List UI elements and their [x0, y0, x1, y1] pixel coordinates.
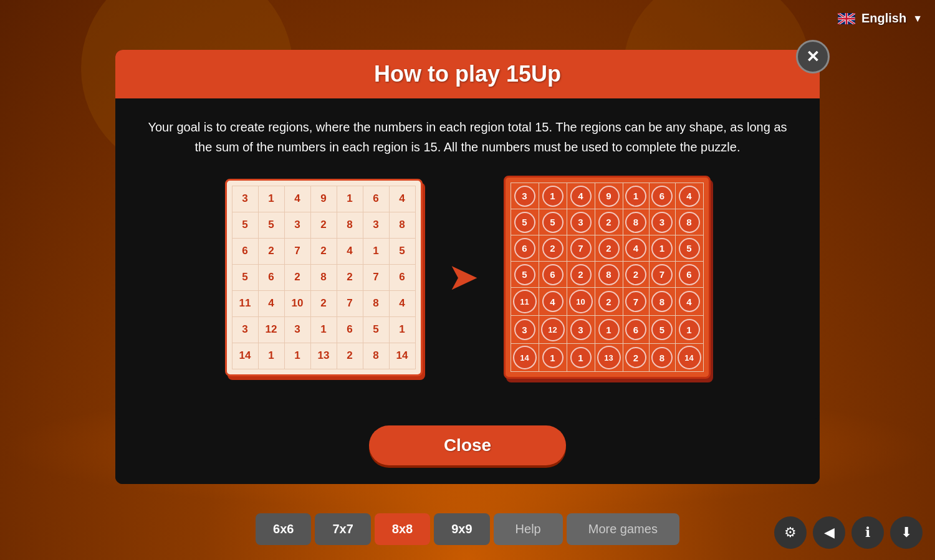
help-button[interactable]: Help: [494, 513, 563, 545]
grid-cell: 2: [284, 264, 310, 290]
grid-after-cell: 3: [511, 316, 539, 344]
grid-before-table: 3149164553283862724155628276114102784312…: [232, 186, 416, 369]
cell-bubble: 14: [678, 346, 701, 369]
svg-rect-8: [846, 13, 848, 24]
grid-cell: 4: [258, 290, 284, 316]
help-modal: How to play 15Up ✕ Your goal is to creat…: [115, 50, 820, 484]
grid-cell: 8: [310, 264, 337, 290]
grid-cell: 6: [363, 186, 389, 212]
cell-bubble: 1: [542, 186, 563, 207]
cell-bubble: 7: [651, 264, 673, 285]
share-button[interactable]: ◀: [813, 516, 845, 549]
grid-after-cell: 14: [511, 344, 539, 372]
cell-bubble: 2: [598, 212, 620, 233]
grid-after-cell: 4: [675, 183, 703, 209]
grid-after-cell: 9: [595, 183, 623, 209]
grid-after-cell: 1: [567, 344, 595, 372]
size-8x8-button[interactable]: 8x8: [375, 513, 430, 545]
icon-buttons: ⚙ ◀ ℹ ⬇: [774, 516, 923, 549]
download-button[interactable]: ⬇: [890, 516, 923, 549]
cell-bubble: 1: [625, 186, 646, 207]
cell-bubble: 8: [651, 347, 673, 368]
grid-after-cell: 2: [623, 262, 649, 288]
cell-bubble: 6: [542, 264, 563, 285]
cell-bubble: 3: [514, 319, 535, 340]
cell-bubble: 1: [570, 347, 592, 368]
cell-bubble: 2: [598, 238, 620, 259]
grid-cell: 1: [284, 343, 310, 369]
grid-after-cell: 8: [623, 209, 649, 235]
instructions-text: Your goal is to create regions, where th…: [146, 117, 789, 157]
grid-after-cell: 5: [539, 209, 567, 235]
grid-after-cell: 2: [623, 344, 649, 372]
cell-bubble: 4: [542, 291, 563, 312]
grid-after-cell: 7: [649, 262, 675, 288]
grid-cell: 2: [310, 290, 337, 316]
cell-bubble: 7: [625, 291, 646, 312]
grid-after: 3149164553283862724155628276114102784312…: [504, 176, 711, 379]
cell-bubble: 2: [542, 238, 563, 259]
modal-title: How to play 15Up: [374, 61, 561, 87]
grid-after-cell: 5: [511, 209, 539, 235]
cell-bubble: 6: [679, 264, 700, 285]
size-6x6-button[interactable]: 6x6: [256, 513, 311, 545]
arrow-icon: ➤: [448, 259, 479, 296]
grid-cell: 2: [258, 238, 284, 264]
grid-after-cell: 8: [675, 209, 703, 235]
close-x-button[interactable]: ✕: [796, 40, 830, 74]
info-button[interactable]: ℹ: [851, 516, 884, 549]
grid-after-cell: 3: [511, 183, 539, 209]
cell-bubble: 2: [625, 347, 646, 368]
grid-cell: 6: [389, 264, 415, 290]
grid-after-cell: 6: [675, 262, 703, 288]
grid-after-cell: 6: [511, 235, 539, 262]
grid-before: 3149164553283862724155628276114102784312…: [225, 179, 423, 376]
grid-after-cell: 5: [675, 235, 703, 262]
grid-after-cell: 3: [567, 209, 595, 235]
grid-cell: 3: [284, 316, 310, 343]
settings-button[interactable]: ⚙: [774, 516, 807, 549]
cell-bubble: 7: [570, 238, 592, 259]
grid-cell: 10: [284, 290, 310, 316]
cell-bubble: 5: [651, 319, 673, 340]
cell-bubble: 8: [679, 212, 700, 233]
language-dropdown-arrow[interactable]: ▼: [913, 13, 923, 24]
download-icon: ⬇: [901, 524, 912, 541]
grid-after-cell: 5: [649, 316, 675, 344]
grid-cell: 3: [363, 212, 389, 238]
grid-cell: 5: [389, 238, 415, 264]
grid-cell: 14: [232, 343, 258, 369]
grid-after-cell: 12: [539, 316, 567, 344]
grid-after-cell: 2: [539, 235, 567, 262]
grid-after-cell: 6: [623, 316, 649, 344]
cell-bubble: 2: [625, 264, 646, 285]
grid-cell: 5: [232, 264, 258, 290]
grid-after-cell: 2: [595, 209, 623, 235]
grid-after-cell: 4: [539, 288, 567, 316]
grid-cell: 2: [310, 212, 337, 238]
size-7x7-button[interactable]: 7x7: [315, 513, 370, 545]
grid-cell: 7: [337, 290, 363, 316]
settings-icon: ⚙: [784, 524, 797, 541]
grid-cell: 3: [232, 316, 258, 343]
cell-bubble: 4: [679, 186, 700, 207]
cell-bubble: 4: [679, 291, 700, 312]
cell-bubble: 11: [513, 290, 537, 313]
grid-cell: 2: [310, 238, 337, 264]
grid-cell: 1: [337, 186, 363, 212]
cell-bubble: 6: [651, 186, 673, 207]
cell-bubble: 4: [625, 238, 646, 259]
grid-after-cell: 13: [595, 344, 623, 372]
grid-cell: 13: [310, 343, 337, 369]
more-games-button[interactable]: More games: [567, 513, 679, 545]
grid-after-cell: 1: [675, 316, 703, 344]
grid-after-cell: 8: [649, 288, 675, 316]
grid-cell: 3: [232, 186, 258, 212]
grid-cell: 4: [284, 186, 310, 212]
language-bar: English ▼: [698, 0, 935, 37]
grid-cell: 2: [337, 343, 363, 369]
grid-cell: 11: [232, 290, 258, 316]
grid-after-cell: 1: [539, 183, 567, 209]
close-button[interactable]: Close: [369, 425, 566, 465]
size-9x9-button[interactable]: 9x9: [434, 513, 489, 545]
